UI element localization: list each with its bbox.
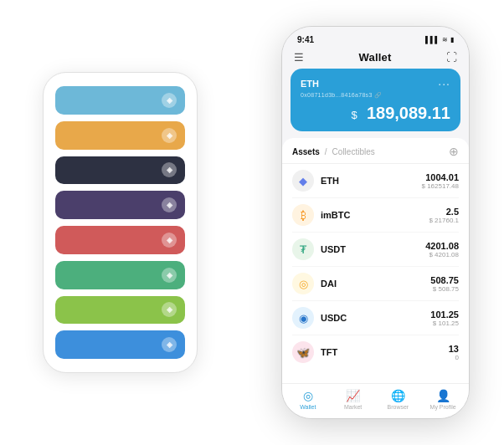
row-icon: ◈	[162, 268, 177, 283]
imbtc-icon: ₿	[292, 204, 314, 226]
wallet-title: Wallet	[358, 51, 391, 64]
asset-amount: 1004.01	[422, 172, 460, 182]
asset-symbol: USDT	[321, 244, 346, 254]
asset-right: 2.5$ 21760.1	[429, 207, 459, 224]
wallet-coin-label: ETH	[301, 79, 319, 89]
status-time: 9:41	[297, 35, 314, 44]
eth-icon: ◆	[292, 170, 314, 192]
status-icons: ▌▌▌ ≋ ▮	[425, 36, 454, 43]
usdc-icon: ◉	[292, 307, 314, 329]
wifi-icon: ≋	[442, 36, 448, 43]
asset-left: ₮USDT	[292, 238, 346, 260]
tab-my-profile[interactable]: 👤My Profile	[420, 389, 465, 410]
back-device: ◈◈◈◈◈◈◈◈	[43, 72, 198, 373]
wallet-row-green-row-1[interactable]: ◈	[55, 261, 185, 289]
asset-value: $ 101.25	[430, 320, 459, 327]
asset-amount: 2.5	[429, 207, 459, 217]
scene: ◈◈◈◈◈◈◈◈ 9:41 ▌▌▌ ≋ ▮ ☰ Wallet ⛶ ETH ···…	[18, 13, 486, 432]
tab-label-my profile: My Profile	[430, 404, 456, 410]
asset-value: 0	[449, 354, 459, 361]
row-icon: ◈	[162, 197, 177, 212]
asset-right: 130	[449, 344, 459, 361]
tft-icon: 🦋	[292, 341, 314, 363]
battery-icon: ▮	[450, 36, 454, 43]
wallet-balance: $ 189,089.11	[301, 104, 450, 123]
asset-item-eth[interactable]: ◆ETH1004.01$ 162517.48	[292, 164, 459, 198]
wallet-row-blue-row-1[interactable]: ◈	[55, 86, 185, 115]
wallet-row-orange-row[interactable]: ◈	[55, 121, 185, 150]
row-icon: ◈	[162, 128, 177, 143]
tab-label-browser: Browser	[388, 404, 409, 410]
tab-icon-wallet: ◎	[303, 389, 313, 402]
asset-right: 1004.01$ 162517.48	[422, 172, 460, 190]
asset-item-usdt[interactable]: ₮USDT4201.08$ 4201.08	[292, 233, 459, 267]
assets-header: Assets / Collectibles ⊕	[282, 138, 469, 164]
row-icon: ◈	[162, 162, 177, 177]
asset-right: 508.75$ 508.75	[430, 275, 459, 293]
row-icon: ◈	[162, 233, 177, 248]
asset-left: ₿imBTC	[292, 204, 350, 226]
asset-amount: 4201.08	[425, 241, 459, 251]
row-icon: ◈	[162, 93, 177, 108]
tab-label-market: Market	[344, 404, 362, 410]
asset-symbol: imBTC	[321, 210, 350, 220]
asset-item-imbtc[interactable]: ₿imBTC2.5$ 21760.1	[292, 198, 459, 233]
tab-browser[interactable]: 🌐Browser	[376, 389, 421, 410]
asset-item-usdc[interactable]: ◉USDC101.25$ 101.25	[292, 301, 459, 335]
tab-icon-my profile: 👤	[436, 389, 450, 402]
phone-navbar: ☰ Wallet ⛶	[282, 48, 469, 69]
tab-assets[interactable]: Assets	[292, 147, 320, 156]
wallet-address: 0x08711d3b...8416a78s3 🔗	[301, 92, 450, 99]
asset-right: 101.25$ 101.25	[430, 309, 459, 327]
signal-icon: ▌▌▌	[425, 36, 440, 43]
row-icon: ◈	[162, 302, 177, 317]
menu-icon[interactable]: ☰	[294, 51, 304, 64]
asset-value: $ 162517.48	[422, 182, 460, 190]
asset-list: ◆ETH1004.01$ 162517.48₿imBTC2.5$ 21760.1…	[282, 164, 469, 383]
assets-section: Assets / Collectibles ⊕ ◆ETH1004.01$ 162…	[282, 138, 469, 383]
asset-amount: 13	[449, 344, 459, 354]
wallet-card-header: ETH ···	[301, 77, 450, 90]
usdt-icon: ₮	[292, 238, 314, 260]
tab-icon-market: 📈	[346, 389, 360, 402]
dai-icon: ◎	[292, 273, 314, 294]
row-icon: ◈	[162, 337, 177, 352]
tab-icon-browser: 🌐	[391, 389, 405, 402]
asset-left: ◎DAI	[292, 273, 337, 294]
wallet-row-light-green-row[interactable]: ◈	[55, 296, 185, 325]
wallet-row-dark-row[interactable]: ◈	[55, 156, 185, 185]
wallet-row-purple-row[interactable]: ◈	[55, 191, 185, 219]
asset-symbol: ETH	[321, 176, 339, 186]
assets-tabs: Assets / Collectibles	[292, 147, 375, 156]
asset-value: $ 508.75	[430, 285, 459, 293]
wallet-row-blue-row-2[interactable]: ◈	[55, 330, 185, 359]
asset-symbol: DAI	[321, 279, 337, 289]
wallet-options-dots[interactable]: ···	[438, 77, 450, 90]
tab-wallet[interactable]: ◎Wallet	[285, 389, 331, 410]
add-asset-icon[interactable]: ⊕	[449, 145, 459, 158]
tab-market[interactable]: 📈Market	[331, 389, 376, 410]
wallet-row-red-row[interactable]: ◈	[55, 226, 185, 254]
tab-collectibles[interactable]: Collectibles	[332, 147, 375, 156]
asset-left: ◆ETH	[292, 170, 339, 192]
status-bar: 9:41 ▌▌▌ ≋ ▮	[282, 27, 469, 48]
asset-item-tft[interactable]: 🦋TFT130	[292, 335, 459, 369]
asset-left: ◉USDC	[292, 307, 347, 329]
asset-left: 🦋TFT	[292, 341, 337, 363]
balance-amount: 189,089.11	[367, 104, 450, 122]
asset-value: $ 4201.08	[425, 251, 459, 258]
asset-symbol: TFT	[321, 347, 337, 357]
expand-icon[interactable]: ⛶	[446, 51, 457, 64]
asset-item-dai[interactable]: ◎DAI508.75$ 508.75	[292, 267, 459, 301]
asset-amount: 508.75	[430, 275, 459, 285]
balance-symbol: $	[352, 109, 357, 121]
front-device: 9:41 ▌▌▌ ≋ ▮ ☰ Wallet ⛶ ETH ··· 0x08711d…	[281, 26, 470, 419]
phone-tabbar: ◎Wallet📈Market🌐Browser👤My Profile	[282, 383, 469, 418]
tab-separator: /	[325, 147, 327, 156]
asset-right: 4201.08$ 4201.08	[425, 241, 459, 258]
wallet-card: ETH ··· 0x08711d3b...8416a78s3 🔗 $ 189,0…	[291, 69, 460, 131]
asset-value: $ 21760.1	[429, 217, 459, 224]
asset-symbol: USDC	[321, 313, 347, 323]
asset-amount: 101.25	[430, 309, 459, 320]
tab-label-wallet: Wallet	[300, 404, 316, 410]
